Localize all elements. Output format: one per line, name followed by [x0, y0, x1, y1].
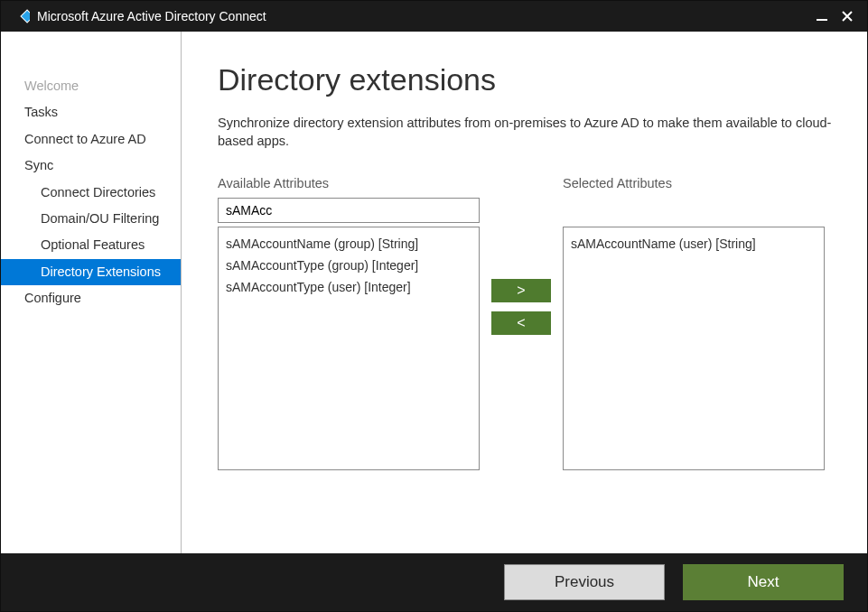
available-column: Available Attributes sAMAccountName (gro… — [218, 176, 480, 470]
dual-listbox: Available Attributes sAMAccountName (gro… — [218, 176, 838, 470]
page-description: Synchronize directory extension attribut… — [218, 114, 832, 151]
remove-attribute-button[interactable]: < — [491, 311, 551, 335]
selected-listbox[interactable]: sAMAccountName (user) [String] — [563, 227, 825, 470]
nav-directory-extensions[interactable]: Directory Extensions — [1, 259, 181, 285]
content-area: Directory extensions Synchronize directo… — [182, 32, 867, 553]
wizard-sidebar: Welcome Tasks Connect to Azure AD Sync C… — [1, 32, 182, 553]
nav-welcome: Welcome — [1, 73, 181, 99]
window-title: Microsoft Azure Active Directory Connect — [37, 9, 809, 23]
available-item[interactable]: sAMAccountName (group) [String] — [226, 233, 471, 255]
svg-rect-2 — [817, 19, 827, 21]
nav-domain-ou-filtering[interactable]: Domain/OU Filtering — [1, 206, 181, 232]
selected-label: Selected Attributes — [563, 176, 825, 190]
next-button[interactable]: Next — [683, 564, 844, 600]
close-button[interactable] — [835, 4, 860, 29]
shuttle-buttons: > < — [480, 176, 563, 335]
azure-logo-icon — [12, 7, 30, 25]
nav-connect-directories[interactable]: Connect Directories — [1, 180, 181, 206]
page-heading: Directory extensions — [218, 62, 838, 97]
nav-connect-azure-ad[interactable]: Connect to Azure AD — [1, 126, 181, 153]
body: Welcome Tasks Connect to Azure AD Sync C… — [1, 32, 867, 553]
nav-sync[interactable]: Sync — [1, 153, 181, 179]
available-item[interactable]: sAMAccountType (user) [Integer] — [226, 276, 471, 298]
nav-tasks[interactable]: Tasks — [1, 99, 181, 125]
selected-column: Selected Attributes sAMAccountName (user… — [563, 176, 825, 470]
available-item[interactable]: sAMAccountType (group) [Integer] — [226, 255, 471, 276]
titlebar: Microsoft Azure Active Directory Connect — [1, 1, 867, 32]
previous-button[interactable]: Previous — [504, 564, 665, 600]
selected-item[interactable]: sAMAccountName (user) [String] — [571, 233, 817, 255]
minimize-button[interactable] — [809, 4, 835, 29]
available-listbox[interactable]: sAMAccountName (group) [String] sAMAccou… — [218, 227, 480, 470]
available-label: Available Attributes — [218, 176, 480, 190]
nav-configure[interactable]: Configure — [1, 285, 181, 311]
attribute-search-input[interactable] — [218, 198, 480, 223]
nav-optional-features[interactable]: Optional Features — [1, 232, 181, 258]
add-attribute-button[interactable]: > — [491, 279, 551, 302]
wizard-footer: Previous Next — [1, 553, 867, 611]
app-window: Microsoft Azure Active Directory Connect… — [0, 0, 868, 612]
